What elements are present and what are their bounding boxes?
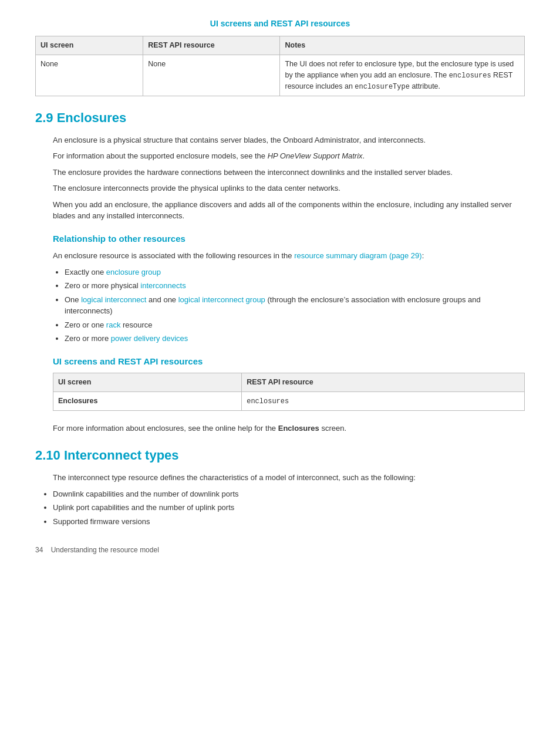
enclosures-footer-note: For more information about enclosures, s…	[53, 423, 525, 434]
top-table-header-rest: REST API resource	[143, 36, 280, 55]
para-1: An enclosure is a physical structure tha…	[53, 134, 525, 146]
list-item: Zero or one rack resource	[65, 319, 525, 331]
top-table-header-ui: UI screen	[36, 36, 143, 55]
relationship-heading: Relationship to other resources	[53, 232, 525, 246]
ui-rest-section-2-heading: UI screens and REST API resources	[53, 355, 525, 369]
para-5: When you add an enclosure, the appliance…	[53, 199, 525, 222]
enclosures-ui-cell: Enclosures	[53, 391, 242, 410]
relationship-section: Relationship to other resources An enclo…	[53, 232, 525, 345]
list-item: Uplink port capabilities and the number …	[53, 502, 525, 514]
section-2-10: 2.10 Interconnect types The interconnect…	[35, 445, 525, 527]
page-footer: 34 Understanding the resource model	[35, 545, 525, 555]
para-2: For information about the supported encl…	[53, 150, 525, 162]
list-item: Zero or more physical interconnects	[65, 280, 525, 292]
list-item: One logical interconnect and one logical…	[65, 294, 525, 317]
top-table-header-notes: Notes	[280, 36, 525, 55]
section-2-10-heading: 2.10 Interconnect types	[35, 445, 525, 465]
relationship-list: Exactly one enclosure group Zero or more…	[65, 266, 525, 345]
ui-rest-section-2: UI screens and REST API resources UI scr…	[53, 355, 525, 411]
enclosures-table-header-ui: UI screen	[53, 373, 242, 392]
page-footer-label: Understanding the resource model	[51, 546, 159, 554]
list-item: Downlink capabilities and the number of …	[53, 488, 525, 500]
para-3: The enclosure provides the hardware conn…	[53, 167, 525, 178]
list-item: Zero or more power delivery devices	[65, 333, 525, 345]
section-2-9-heading: 2.9 Enclosures	[35, 108, 525, 127]
enclosures-table: UI screen REST API resource Enclosures e…	[53, 373, 525, 411]
enclosures-rest-cell: enclosures	[242, 391, 525, 410]
enclosures-table-header-rest: REST API resource	[242, 373, 525, 392]
page-number: 34	[35, 546, 43, 554]
interconnect-list: Downlink capabilities and the number of …	[53, 488, 525, 528]
top-table-ui-cell: None	[36, 55, 143, 96]
section-2-9: 2.9 Enclosures An enclosure is a physica…	[35, 108, 525, 434]
list-item: Exactly one enclosure group	[65, 266, 525, 278]
relationship-intro: An enclosure resource is associated with…	[53, 250, 525, 262]
table-row: Enclosures enclosures	[53, 391, 525, 410]
top-table: UI screen REST API resource Notes None N…	[35, 36, 525, 96]
logical-interconnect-link[interactable]: logical interconnect	[81, 295, 146, 304]
list-item: Supported firmware versions	[53, 516, 525, 528]
top-section-title: UI screens and REST API resources	[35, 18, 525, 30]
table-row: None None The UI does not refer to enclo…	[36, 55, 525, 96]
enclosure-group-link[interactable]: enclosure group	[106, 268, 161, 276]
power-delivery-devices-link[interactable]: power delivery devices	[111, 334, 188, 343]
para-4: The enclosure interconnects provide the …	[53, 183, 525, 194]
top-table-notes-cell: The UI does not refer to enclosure type,…	[280, 55, 525, 96]
interconnects-link[interactable]: interconnects	[140, 281, 185, 290]
top-ui-rest-section: UI screens and REST API resources UI scr…	[35, 18, 525, 96]
top-table-rest-cell: None	[143, 55, 280, 96]
rack-link[interactable]: rack	[106, 320, 121, 329]
interconnect-intro: The interconnect type resource defines t…	[53, 472, 525, 484]
logical-interconnect-group-link[interactable]: logical interconnect group	[178, 295, 265, 304]
resource-summary-link[interactable]: resource summary diagram (page 29)	[294, 251, 421, 260]
hp-oneview-link: HP OneView Support Matrix	[268, 151, 363, 160]
